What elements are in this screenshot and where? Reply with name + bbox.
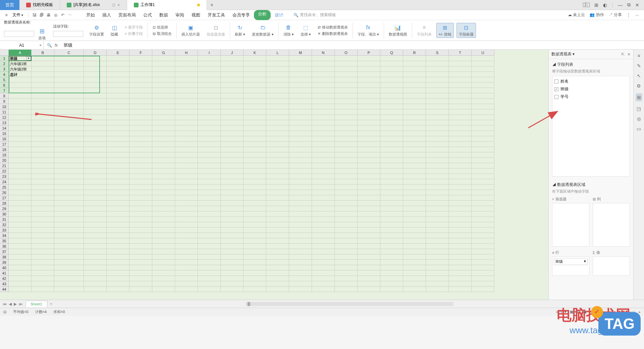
cell[interactable] [449,281,472,287]
cell[interactable] [152,254,175,260]
cell[interactable] [312,163,335,168]
field-item-id[interactable]: 学号 [554,93,628,101]
cell[interactable] [54,287,84,292]
cell[interactable] [9,195,32,201]
cell[interactable] [403,61,426,66]
cell[interactable] [380,72,403,77]
cell[interactable] [54,131,84,136]
cell[interactable] [175,222,198,228]
cell[interactable] [449,195,472,201]
cell[interactable] [244,83,266,88]
row-header[interactable]: 14 [0,126,9,131]
cell[interactable] [380,281,403,287]
cell[interactable] [472,238,494,244]
cell[interactable] [426,56,449,61]
cell[interactable] [380,163,403,168]
cell[interactable] [107,152,129,158]
cell[interactable] [403,136,426,142]
row-header[interactable]: 5 [0,77,9,83]
cell[interactable] [221,276,244,281]
cell[interactable] [358,83,380,88]
cell[interactable] [152,109,175,115]
cell[interactable] [335,99,358,104]
cell[interactable] [152,265,175,270]
cell[interactable] [107,228,129,233]
cell[interactable] [152,281,175,287]
cell[interactable] [426,211,449,217]
cell[interactable] [266,287,289,292]
cell[interactable] [9,190,32,195]
cell[interactable] [175,136,198,142]
cell[interactable] [221,66,244,72]
cell[interactable] [221,83,244,88]
apps-icon[interactable]: ⊞ [594,2,598,8]
cell[interactable] [403,104,426,109]
column-header[interactable]: B [32,50,54,56]
cell[interactable] [449,147,472,152]
cell[interactable] [32,201,54,206]
cell[interactable] [312,185,335,190]
cell[interactable] [335,56,358,61]
cell[interactable] [9,93,32,99]
cell[interactable] [472,195,494,201]
cell[interactable] [9,179,32,185]
cell[interactable] [32,99,54,104]
more-icon[interactable]: ⋮ [627,13,631,17]
cell[interactable] [449,158,472,163]
cell[interactable] [84,142,107,147]
cell[interactable] [449,88,472,93]
cell[interactable] [472,174,494,179]
cell[interactable] [335,136,358,142]
row-header[interactable]: 29 [0,206,9,211]
cell[interactable] [175,217,198,222]
field-list-button[interactable]: ≡ 字段列表 [415,23,434,38]
cell[interactable] [335,88,358,93]
cell[interactable] [266,56,289,61]
cell[interactable] [198,206,221,211]
cell[interactable] [107,174,129,179]
cell[interactable] [380,201,403,206]
cell[interactable] [221,238,244,244]
cell[interactable] [84,276,107,281]
cell[interactable] [426,83,449,88]
cell[interactable] [198,168,221,174]
cell[interactable] [175,276,198,281]
cell[interactable] [221,99,244,104]
column-drop-zone[interactable] [593,203,630,247]
cell[interactable] [198,109,221,115]
cell[interactable] [107,77,129,83]
cell[interactable] [54,260,84,265]
cell[interactable] [175,206,198,211]
cell[interactable] [380,109,403,115]
cell[interactable] [107,120,129,126]
cell[interactable] [380,147,403,152]
cell[interactable] [449,77,472,83]
cell[interactable] [289,249,312,254]
cell[interactable] [380,211,403,217]
cell[interactable] [198,174,221,179]
cell[interactable] [312,93,335,99]
cell[interactable] [472,287,494,292]
cell[interactable] [84,222,107,228]
cell[interactable] [358,61,380,66]
cell[interactable] [312,260,335,265]
cell[interactable] [152,56,175,61]
cell[interactable] [175,131,198,136]
cell[interactable] [312,179,335,185]
cell[interactable] [335,281,358,287]
cell[interactable] [9,249,32,254]
cell[interactable] [380,222,403,228]
cell[interactable] [9,217,32,222]
cell[interactable] [244,206,266,211]
tab-menu-icon[interactable]: ⊡ [112,3,115,7]
cell[interactable] [32,228,54,233]
cell[interactable] [289,158,312,163]
cell[interactable] [84,104,107,109]
cell[interactable] [54,61,84,66]
cell[interactable] [403,99,426,104]
cell[interactable] [312,56,335,61]
cell[interactable] [221,93,244,99]
sheet-prev-icon[interactable]: ◀ [9,302,12,306]
cell[interactable] [9,276,32,281]
print-icon[interactable]: 🖶 [46,12,52,18]
